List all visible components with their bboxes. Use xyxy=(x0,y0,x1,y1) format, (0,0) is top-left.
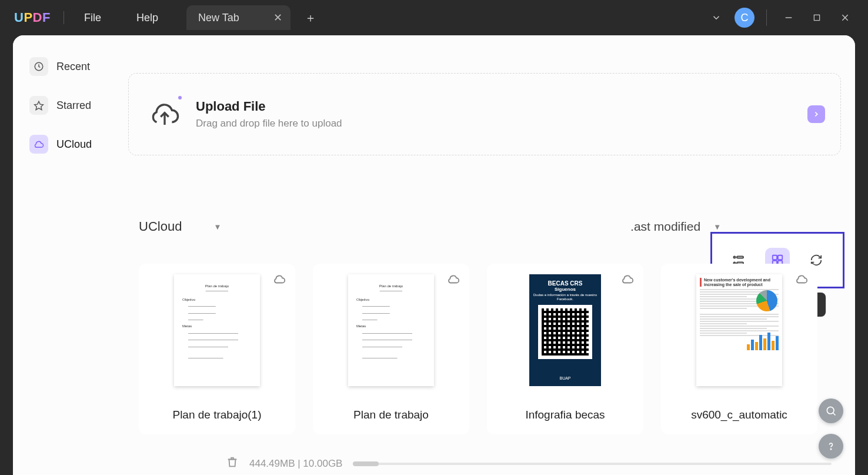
tab-active[interactable]: New Tab ✕ xyxy=(186,5,291,30)
storage-track[interactable] xyxy=(353,463,832,465)
svg-point-7 xyxy=(734,257,736,258)
report-title: New customer's development and increasin… xyxy=(700,278,779,287)
upload-text-group: Upload File Drag and drop file here to u… xyxy=(196,99,342,129)
sidebar-item-label: Recent xyxy=(56,61,90,73)
help-fab[interactable] xyxy=(819,434,843,459)
infographic-subheading: Síguenos xyxy=(555,287,576,292)
upload-subtitle: Drag and drop file here to upload xyxy=(196,118,342,129)
file-thumbnail: New customer's development and increasin… xyxy=(696,274,782,386)
file-thumbnail: BECAS CRS Síguenos Dudas e información a… xyxy=(522,274,608,386)
storage-usage-bar: 444.49MB | 10.00GB xyxy=(226,456,832,471)
sidebar-item-label: Starred xyxy=(56,99,91,112)
file-title: Plan de trabajo xyxy=(353,408,429,421)
divider xyxy=(64,11,64,24)
sidebar-item-starred[interactable]: Starred xyxy=(13,92,108,119)
file-thumbnail: Plan de trabajo───────── Objetivo───────… xyxy=(348,274,434,386)
titlebar-right: C xyxy=(704,5,857,30)
sort-selector[interactable]: .ast modified ▼ xyxy=(630,220,721,234)
cloud-upload-icon xyxy=(149,98,181,130)
svg-rect-11 xyxy=(773,255,777,260)
svg-point-17 xyxy=(830,449,831,449)
floating-actions xyxy=(819,398,843,459)
content-area: Recent Starred UCloud xyxy=(13,35,855,475)
user-avatar[interactable]: C xyxy=(735,8,755,28)
cloud-status-icon xyxy=(447,273,460,288)
sort-selector-label: .ast modified xyxy=(630,220,700,234)
cloud-status-icon xyxy=(621,273,634,288)
svg-point-15 xyxy=(827,407,834,414)
star-icon xyxy=(29,96,48,115)
upload-title: Upload File xyxy=(196,99,342,114)
file-card[interactable]: Plan de trabajo───────── Objetivo───────… xyxy=(313,264,469,434)
file-card[interactable]: Plan de trabajo───────── Objetivo───────… xyxy=(139,264,295,434)
file-title: sv600_c_automatic xyxy=(691,408,787,421)
infographic-footer: BUAP xyxy=(559,376,570,383)
file-grid: Plan de trabajo───────── Objetivo───────… xyxy=(139,264,841,434)
svg-line-16 xyxy=(833,413,836,416)
tab-label: New Tab xyxy=(198,12,239,24)
upload-dropzone[interactable]: Upload File Drag and drop file here to u… xyxy=(128,73,841,155)
file-thumbnail: Plan de trabajo───────── Objetivo───────… xyxy=(174,274,260,386)
divider xyxy=(766,9,767,26)
window-close-button[interactable] xyxy=(833,5,857,30)
sidebar-item-ucloud[interactable]: UCloud xyxy=(13,131,108,158)
storage-text: 444.49MB | 10.00GB xyxy=(249,458,342,470)
file-card[interactable]: New customer's development and increasin… xyxy=(661,264,817,434)
svg-rect-1 xyxy=(814,15,819,20)
app-logo: UPDF xyxy=(14,10,51,25)
clock-icon xyxy=(29,57,48,76)
window-minimize-button[interactable] xyxy=(776,5,801,30)
infographic-heading: BECAS CRS xyxy=(548,280,583,287)
sidebar-item-recent[interactable]: Recent xyxy=(13,53,108,80)
menu-help[interactable]: Help xyxy=(129,12,165,24)
cloud-status-icon xyxy=(273,273,286,288)
svg-marker-5 xyxy=(35,101,44,109)
sidebar-item-label: UCloud xyxy=(56,138,92,151)
svg-rect-8 xyxy=(737,257,743,258)
trash-icon[interactable] xyxy=(226,456,239,471)
close-tab-icon[interactable]: ✕ xyxy=(273,11,282,24)
cloud-status-icon xyxy=(795,273,808,288)
svg-rect-12 xyxy=(778,255,782,260)
cloud-icon xyxy=(29,135,48,154)
titlebar: UPDF File Help New Tab ✕ ＋ C xyxy=(0,0,868,35)
new-tab-button[interactable]: ＋ xyxy=(301,8,320,27)
file-title: Infografia becas xyxy=(525,408,605,421)
infographic-text: Dudas e información a través de nuestro … xyxy=(533,293,597,301)
file-title: Plan de trabajo(1) xyxy=(172,408,261,421)
folder-selector[interactable]: UCloud ▼ xyxy=(139,219,221,234)
upload-expand-button[interactable] xyxy=(807,105,825,123)
main-panel: Upload File Drag and drop file here to u… xyxy=(108,35,855,475)
search-fab[interactable] xyxy=(819,398,843,423)
qr-code-icon xyxy=(538,305,592,359)
storage-progress-thumb xyxy=(353,461,379,466)
window-maximize-button[interactable] xyxy=(804,5,829,30)
folder-selector-label: UCloud xyxy=(139,219,182,234)
chevron-down-icon[interactable] xyxy=(704,5,729,30)
sidebar: Recent Starred UCloud xyxy=(13,35,108,475)
file-card[interactable]: BECAS CRS Síguenos Dudas e información a… xyxy=(487,264,643,434)
caret-down-icon: ▼ xyxy=(213,222,221,231)
caret-down-icon: ▼ xyxy=(713,222,721,231)
menu-file[interactable]: File xyxy=(77,12,108,24)
